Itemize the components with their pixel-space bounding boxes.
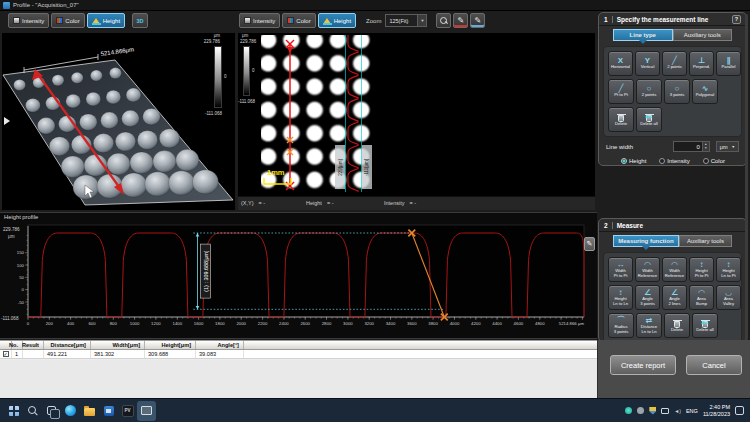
window-titlebar[interactable]: Profile - "Acquisition_07" [0, 0, 750, 11]
tool-angle-2-lines[interactable]: ∠Angle2 lines [662, 285, 687, 310]
radio-dot [659, 158, 665, 164]
search-icon [28, 406, 37, 415]
radio-dot [621, 158, 627, 164]
svg-text:4200: 4200 [471, 321, 481, 326]
network-icon[interactable] [661, 408, 669, 414]
task-view-button[interactable] [42, 401, 61, 421]
height-profile-chart[interactable]: 0200400600800100012001400160018002000220… [0, 213, 597, 338]
height-view-button[interactable]: Height [87, 13, 125, 28]
tool-polygonal[interactable]: ∿Polygonal [692, 79, 718, 104]
svg-text:-111.068: -111.068 [1, 316, 19, 321]
start-button[interactable] [4, 401, 23, 421]
language-indicator[interactable]: ENG [686, 408, 698, 414]
intensity-view-button[interactable]: Intensity [8, 13, 49, 28]
colorbar2d-min: -111.068 [238, 99, 255, 104]
tray-app-icon-2[interactable] [637, 407, 644, 414]
tool-area-bump[interactable]: ◠AreaBump [689, 285, 714, 310]
intensity-icon [13, 17, 20, 24]
panel-scrollbar[interactable] [745, 14, 748, 340]
height-view-button-2d[interactable]: Height [318, 13, 356, 28]
system-tray: ◄) ENG 2:40 PM 11/28/2023 [625, 404, 746, 417]
edit-profile-button[interactable]: ✎ [584, 237, 595, 251]
radio-intensity[interactable]: Intensity [659, 158, 689, 164]
tool-3-points[interactable]: ○3 points [664, 79, 690, 104]
svg-text:0: 0 [27, 321, 30, 326]
tool-width-reference[interactable]: ◠WidthReference [662, 257, 687, 282]
svg-text:1600: 1600 [194, 321, 204, 326]
tool-angle-3-points[interactable]: ∠Angle3 points [635, 285, 660, 310]
color-view-button[interactable]: Color [51, 13, 84, 28]
notification-center-icon[interactable] [735, 406, 744, 415]
table-header-distance-m: Distance[μm] [44, 341, 91, 349]
tray-app-icon[interactable] [625, 407, 632, 414]
volume-icon[interactable]: ◄) [674, 408, 681, 414]
tool-width-pt-to-pt[interactable]: ↔WidthPt to Pt [608, 257, 633, 282]
windows-taskbar: PV ◄) ENG 2:40 PM 11/28/2023 [0, 398, 750, 422]
app-icon [104, 406, 114, 416]
2d-height-map-view[interactable]: μm 229.786 0 -111.068 1mm 229[μm] -111[μ… [238, 33, 595, 196]
edge-browser-button[interactable] [61, 401, 80, 421]
tab-line-type[interactable]: Line type [613, 29, 673, 41]
blue-app-button[interactable] [99, 401, 118, 421]
table-row[interactable]: ✓1491.221381.302309.68839.083 [0, 350, 597, 359]
colorbar3d-max: 229.786 [190, 39, 220, 44]
tool-horizontal[interactable]: XHorizontal [608, 51, 633, 76]
coordinate-status-bar: (X,Y)= - Height= - Intensity= - [238, 196, 595, 210]
radio-height[interactable]: Height [621, 158, 646, 164]
tool-2-points[interactable]: ╱2 points [662, 51, 687, 76]
rotate-3d-button[interactable]: 3D [132, 13, 148, 28]
cancel-button[interactable]: Cancel [686, 355, 742, 375]
toolbar-3d-view: Intensity Color Height 3D [8, 13, 148, 28]
tool-radius-3-points[interactable]: ⌒Radius3 points [608, 313, 634, 338]
security-shield-icon[interactable] [649, 407, 656, 415]
svg-text:1400: 1400 [173, 321, 183, 326]
tool-distance-ln-to-ln[interactable]: ⇄DistanceLn to Ln [636, 313, 662, 338]
zoom-dropdown[interactable]: 125(Fit) ▼ [385, 14, 427, 27]
color-view-button-2d[interactable]: Color [282, 13, 315, 28]
table-empty-area [0, 360, 597, 398]
tool-pt-to-pt[interactable]: ╱Pt to Pt [608, 79, 634, 104]
svg-text:600: 600 [88, 321, 96, 326]
height-map-image[interactable]: 1mm 229[μm] -111[μm] [261, 35, 373, 192]
help-button[interactable]: ? [732, 15, 741, 24]
intensity-view-button-2d[interactable]: Intensity [239, 13, 280, 28]
line-width-stepper[interactable]: ▲▼ [703, 141, 710, 152]
row-checkbox[interactable]: ✓ [3, 351, 9, 357]
3d-surface-view[interactable]: 5214.866μm μm 229.786 0 -111.068 [2, 33, 235, 210]
tool-delete-all[interactable]: ALLDelete all [636, 107, 662, 132]
tool-2-points[interactable]: ○2 points [636, 79, 662, 104]
line-width-unit-dropdown[interactable]: μm ▼ [716, 141, 739, 152]
create-report-button[interactable]: Create report [610, 355, 676, 375]
tab-auxiliary-tools[interactable]: Auxiliary tools [673, 29, 733, 41]
tool-delete[interactable]: Delete [608, 107, 634, 132]
tool-height-pt-to-pt[interactable]: ↕HeightPt to Pt [689, 257, 714, 282]
file-explorer-button[interactable] [80, 401, 99, 421]
height-measure-label: (1) : 309.688[μm] [203, 250, 209, 292]
tool-delete-all[interactable]: ALLDelete all [692, 313, 718, 338]
draw-line-red-button[interactable]: ✎ [453, 13, 468, 28]
pv-app-button[interactable]: PV [118, 401, 137, 421]
taskbar-search-button[interactable] [23, 401, 42, 421]
tool-width-reference[interactable]: ◠WidthReference [635, 257, 660, 282]
tab-auxiliary-tools-2[interactable]: Auxiliary tools [679, 235, 732, 247]
svg-text:50: 50 [19, 275, 24, 280]
svg-text:2400: 2400 [279, 321, 289, 326]
table-header-height-m: Height[μm] [145, 341, 196, 349]
tool-area-valley[interactable]: ◡AreaValley [716, 285, 741, 310]
tool-vertical[interactable]: YVertical [635, 51, 660, 76]
tool-height-ln-to-ln[interactable]: ↕HeightLn to Ln [608, 285, 633, 310]
svg-text:3600: 3600 [407, 321, 417, 326]
radio-color[interactable]: Color [703, 158, 725, 164]
pen-icon: ✎ [458, 16, 465, 25]
tool-perpend[interactable]: ⊥Perpend. [689, 51, 714, 76]
tab-measuring-function[interactable]: Measuring function [613, 235, 679, 247]
tool-parallel[interactable]: ∥Parallel [716, 51, 741, 76]
line-width-input[interactable]: 0 [673, 141, 703, 152]
taskbar-clock[interactable]: 2:40 PM 11/28/2023 [703, 404, 730, 417]
tool-height-ln-to-pt[interactable]: ↕HeightLn to Pt [716, 257, 741, 282]
magnifier-button[interactable] [436, 13, 451, 28]
draw-line-blue-button[interactable]: ✎ [470, 13, 485, 28]
tool-delete[interactable]: Delete [664, 313, 690, 338]
active-app-button[interactable] [137, 401, 156, 421]
app-icon [3, 2, 10, 9]
